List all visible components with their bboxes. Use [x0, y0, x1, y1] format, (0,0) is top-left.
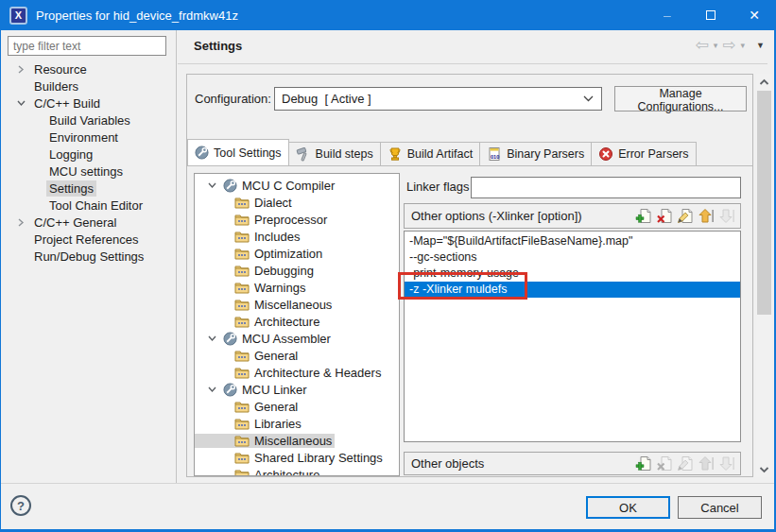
tool-tree-item-label: Includes: [254, 230, 300, 244]
tool-tree-item-optimization[interactable]: Optimization: [195, 245, 399, 262]
build-artifact-icon: [388, 146, 403, 162]
sidebar-item-tool-chain-editor[interactable]: Tool Chain Editor: [0, 197, 176, 214]
tool-tree-item-label: General: [254, 400, 298, 414]
configuration-select[interactable]: Debug [ Active ]: [274, 87, 602, 111]
chevron-down-icon[interactable]: [206, 180, 217, 191]
tool-tree-item-mcu-assembler[interactable]: MCU Assembler: [195, 330, 399, 347]
maximize-button[interactable]: [689, 0, 733, 30]
tool-icon: [223, 383, 237, 397]
chevron-down-icon[interactable]: [206, 333, 217, 344]
tab-build-artifact[interactable]: Build Artifact: [380, 142, 480, 165]
edit-icon[interactable]: [677, 208, 694, 224]
tool-tree-item-shared-library-settings[interactable]: Shared Library Settings: [195, 449, 399, 466]
tab-build-steps[interactable]: Build steps: [288, 142, 381, 165]
tree-item-content: MCU Assembler: [217, 332, 334, 346]
tool-tree-item-label: Warnings: [254, 281, 305, 295]
list-item[interactable]: -Map="${BuildArtifactFileBaseName}.map": [405, 233, 740, 249]
tool-tree-item-mcu-linker[interactable]: MCU Linker: [195, 381, 399, 398]
sidebar-item-builders[interactable]: Builders: [0, 77, 176, 94]
titlebar: X Properties for hid_device_frdmkw41z – …: [0, 0, 776, 30]
tool-icon: [223, 179, 237, 193]
linker-flags-input[interactable]: [471, 177, 741, 198]
sidebar-item-project-references[interactable]: Project References: [0, 231, 176, 248]
sidebar-item-logging[interactable]: Logging: [0, 146, 176, 163]
tool-tree-item-miscellaneous[interactable]: Miscellaneous: [195, 296, 399, 313]
settings-scrollbar[interactable]: [756, 74, 772, 477]
minimize-button[interactable]: –: [646, 0, 689, 30]
move-up-icon: [698, 455, 715, 472]
tree-item-content: Includes: [195, 230, 302, 244]
tool-tree-item-libraries[interactable]: Libraries: [195, 415, 399, 432]
tool-tree-item-general[interactable]: General: [195, 398, 399, 415]
tool-tree-item-label: Debugging: [254, 264, 314, 278]
tool-tree-item-general[interactable]: General: [195, 347, 399, 364]
tool-tree-item-preprocessor[interactable]: Preprocessor: [195, 211, 399, 228]
cancel-button[interactable]: Cancel: [678, 496, 762, 519]
tool-tree-item-dialect[interactable]: Dialect: [195, 194, 399, 211]
tool-tree-item-miscellaneous[interactable]: Miscellaneous: [195, 432, 399, 449]
category-folder-icon: [234, 230, 250, 243]
move-up-icon[interactable]: [698, 208, 715, 224]
tree-indent: [15, 199, 26, 211]
tab-error-parsers[interactable]: Error Parsers: [591, 142, 696, 165]
sidebar-item-settings[interactable]: Settings: [0, 180, 176, 197]
tab-tool-settings[interactable]: Tool Settings: [187, 139, 289, 165]
sidebar-item-run-debug-settings[interactable]: Run/Debug Settings: [0, 248, 176, 265]
filter-input[interactable]: [8, 36, 166, 56]
category-folder-icon: [234, 196, 250, 209]
sidebar-item-environment[interactable]: Environment: [0, 129, 176, 146]
back-icon[interactable]: ⇦: [696, 37, 709, 53]
tool-tree-item-architecture[interactable]: Architecture: [195, 313, 399, 330]
tool-tree-item-warnings[interactable]: Warnings: [195, 279, 399, 296]
tool-tree-item-debugging[interactable]: Debugging: [195, 262, 399, 279]
forward-dropdown-icon[interactable]: ▾: [741, 41, 746, 50]
list-item-selected[interactable]: -z -Xlinker muldefs: [405, 282, 740, 298]
sidebar-item-label: Resource: [31, 61, 90, 77]
forward-icon[interactable]: ⇨: [722, 37, 735, 53]
footer-divider: [0, 483, 776, 484]
close-button[interactable]: ✕: [733, 0, 776, 30]
sidebar-item-c-c-general[interactable]: C/C++ General: [0, 214, 176, 231]
scroll-up-icon[interactable]: [756, 74, 772, 90]
back-dropdown-icon[interactable]: ▾: [714, 41, 718, 50]
category-folder-icon: [234, 468, 250, 476]
tab-binary-parsers[interactable]: 010Binary Parsers: [479, 142, 592, 165]
sidebar-item-c-c-build[interactable]: C/C++ Build: [0, 94, 176, 112]
chevron-down-icon: [583, 95, 594, 102]
header-divider: [178, 63, 767, 64]
add-icon[interactable]: [635, 455, 652, 472]
list-item[interactable]: -print-memory-usage: [405, 266, 740, 282]
delete-icon[interactable]: [656, 208, 673, 224]
tool-tree-item-includes[interactable]: Includes: [195, 228, 399, 245]
tool-tree-item-mcu-c-compiler[interactable]: MCU C Compiler: [195, 177, 399, 194]
category-folder-icon: [234, 434, 250, 447]
scroll-down-icon[interactable]: [756, 461, 772, 477]
sidebar-item-label: Build Variables: [46, 112, 133, 129]
scrollbar-thumb[interactable]: [757, 91, 771, 315]
tab-label: Error Parsers: [618, 147, 688, 161]
other-objects-title: Other objects: [411, 456, 484, 471]
chevron-right-icon[interactable]: [15, 63, 26, 75]
manage-configurations-button[interactable]: Manage Configurations...: [614, 86, 747, 112]
tree-indent: [15, 80, 26, 92]
error-parsers-icon: [598, 146, 613, 162]
sidebar-item-build-variables[interactable]: Build Variables: [0, 112, 176, 129]
help-button[interactable]: ?: [10, 495, 31, 516]
view-menu-icon[interactable]: ▼: [756, 41, 765, 50]
sidebar-item-mcu-settings[interactable]: MCU settings: [0, 163, 176, 180]
chevron-right-icon[interactable]: [15, 216, 26, 228]
tree-item-content: Debugging: [195, 264, 317, 278]
ok-button[interactable]: OK: [586, 496, 670, 519]
category-folder-icon: [234, 247, 250, 260]
sidebar-item-resource[interactable]: Resource: [0, 60, 176, 77]
minimize-icon: –: [664, 8, 671, 23]
tree-item-content: Warnings: [195, 281, 308, 295]
chevron-down-icon[interactable]: [15, 97, 26, 109]
tree-item-content: Dialect: [195, 196, 295, 210]
tool-tree-item-architecture[interactable]: Architecture: [195, 466, 399, 476]
tool-tree-item-architecture-headers[interactable]: Architecture & Headers: [195, 364, 399, 381]
chevron-down-icon[interactable]: [206, 384, 217, 395]
add-icon[interactable]: [635, 208, 652, 224]
tree-indent: [15, 233, 26, 245]
list-item[interactable]: --gc-sections: [405, 249, 740, 266]
